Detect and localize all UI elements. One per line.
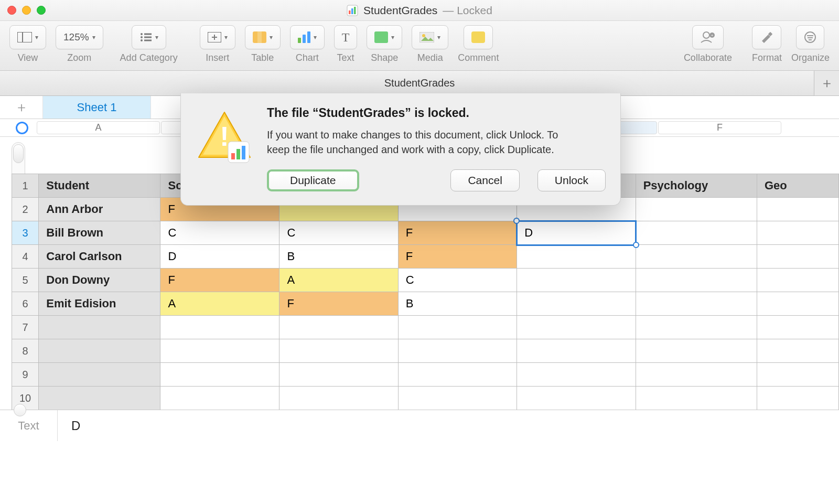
cell[interactable]: F [398, 221, 517, 245]
cell[interactable]: C [398, 269, 517, 292]
cell[interactable] [517, 339, 636, 363]
cell[interactable] [398, 363, 517, 387]
cell[interactable] [636, 198, 757, 221]
cell[interactable] [279, 387, 398, 410]
cancel-button[interactable]: Cancel [450, 169, 519, 191]
formula-bar-resize-knob[interactable] [14, 404, 26, 416]
row-header-9[interactable]: 9 [12, 363, 39, 387]
cell[interactable] [517, 292, 636, 316]
cell[interactable]: A [160, 292, 279, 316]
cell[interactable] [160, 339, 279, 363]
cell[interactable]: Carol Carlson [39, 245, 160, 269]
table-button[interactable]: ▾ [245, 25, 281, 49]
cell[interactable] [39, 339, 160, 363]
zoom-button[interactable]: 125% ▾ [56, 25, 103, 49]
chart-button[interactable]: ▾ [290, 25, 325, 49]
cell[interactable] [636, 245, 757, 269]
row-header-8[interactable]: 8 [12, 339, 39, 363]
cell[interactable] [636, 363, 757, 387]
cell[interactable]: Don Downy [39, 269, 160, 292]
cell[interactable]: B [279, 245, 398, 269]
row-header-1[interactable]: 1 [12, 174, 39, 198]
dialog-title: The file “StudentGrades” is locked. [267, 106, 606, 120]
row-header-2[interactable]: 2 [12, 198, 39, 221]
cell[interactable] [757, 269, 838, 292]
cell[interactable] [160, 316, 279, 339]
format-button[interactable] [752, 25, 781, 49]
col-header-psychology[interactable]: Psychology [636, 174, 757, 198]
cell[interactable] [398, 339, 517, 363]
row-header-3[interactable]: 3 [12, 221, 39, 245]
row-header-6[interactable]: 6 [12, 292, 39, 316]
cell[interactable]: C [160, 221, 279, 245]
cell[interactable] [757, 221, 838, 245]
cell[interactable] [757, 316, 838, 339]
cell[interactable] [636, 387, 757, 410]
cell[interactable]: B [398, 292, 517, 316]
cell[interactable] [279, 363, 398, 387]
shape-button[interactable]: ▾ [367, 25, 402, 49]
cell[interactable] [757, 339, 838, 363]
cell[interactable] [398, 387, 517, 410]
cell[interactable] [398, 316, 517, 339]
add-sheet-button[interactable]: ＋ [0, 96, 43, 119]
row-scroll-knob[interactable] [13, 144, 24, 163]
zoom-label: Zoom [67, 52, 91, 63]
duplicate-button[interactable]: Duplicate [267, 169, 359, 191]
row-header-5[interactable]: 5 [12, 269, 39, 292]
cell[interactable] [757, 292, 838, 316]
cell[interactable] [279, 316, 398, 339]
insert-button[interactable]: ▾ [200, 25, 235, 49]
chevron-down-icon: ▾ [92, 34, 95, 41]
cell[interactable] [517, 316, 636, 339]
media-button[interactable]: ▾ [412, 25, 448, 49]
formula-bar-value[interactable]: D [58, 419, 80, 433]
view-button[interactable]: ▾ [9, 25, 46, 49]
cell[interactable]: Bill Brown [39, 221, 160, 245]
cell[interactable] [517, 245, 636, 269]
add-category-button[interactable]: ▾ [132, 25, 166, 49]
cell[interactable] [636, 292, 757, 316]
cell[interactable] [517, 363, 636, 387]
cell[interactable] [279, 339, 398, 363]
cell[interactable]: D [517, 221, 636, 245]
cell[interactable] [160, 387, 279, 410]
column-ref-F[interactable]: F [658, 121, 781, 134]
cell[interactable]: Emit Edision [39, 292, 160, 316]
formula-bar-mode-label: Text [0, 410, 58, 441]
cell[interactable] [39, 316, 160, 339]
cell[interactable] [39, 387, 160, 410]
sheet-tab-1[interactable]: Sheet 1 [43, 96, 151, 119]
cell[interactable] [517, 269, 636, 292]
row-header-7[interactable]: 7 [12, 316, 39, 339]
cell[interactable]: A [279, 269, 398, 292]
comment-button[interactable] [464, 25, 493, 49]
row-header-4[interactable]: 4 [12, 245, 39, 269]
cell[interactable]: F [160, 269, 279, 292]
select-all-circle[interactable] [16, 122, 28, 134]
cell[interactable]: Ann Arbor [39, 198, 160, 221]
col-header-geography[interactable]: Geo [757, 174, 838, 198]
cell[interactable] [517, 387, 636, 410]
cell[interactable] [636, 339, 757, 363]
cell[interactable]: F [398, 245, 517, 269]
cell[interactable] [636, 316, 757, 339]
organize-button[interactable] [796, 25, 824, 49]
column-ref-A[interactable]: A [37, 121, 160, 134]
unlock-button[interactable]: Unlock [537, 169, 606, 191]
collaborate-button[interactable]: + [692, 25, 724, 49]
cell[interactable] [636, 221, 757, 245]
cell[interactable] [757, 198, 838, 221]
cell[interactable] [757, 363, 838, 387]
cell[interactable] [160, 363, 279, 387]
cell[interactable] [757, 245, 838, 269]
cell[interactable] [757, 387, 838, 410]
col-header-student[interactable]: Student [39, 174, 160, 198]
cell[interactable]: C [279, 221, 398, 245]
cell[interactable]: F [279, 292, 398, 316]
add-something-button[interactable]: ＋ [814, 71, 839, 95]
text-button[interactable]: T [334, 25, 358, 49]
cell[interactable]: D [160, 245, 279, 269]
cell[interactable] [636, 269, 757, 292]
cell[interactable] [39, 363, 160, 387]
